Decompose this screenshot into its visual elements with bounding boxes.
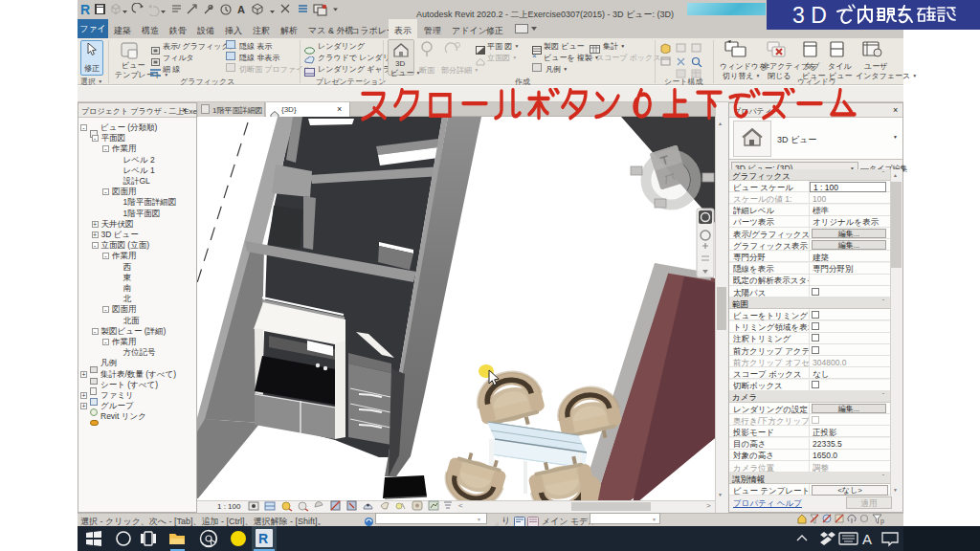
svg-text:3 D: 3 D <box>792 3 827 28</box>
svg-text:p: p <box>880 518 884 525</box>
svg-text:A: A <box>862 531 872 547</box>
svg-text:A: A <box>237 4 245 15</box>
svg-text:R: R <box>258 531 268 546</box>
